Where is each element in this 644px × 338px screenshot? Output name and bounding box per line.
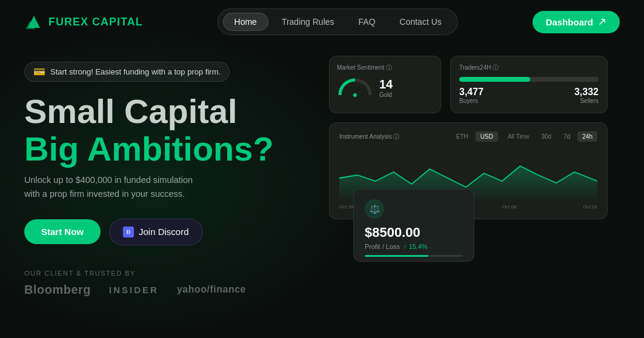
join-discord-button[interactable]: D Join Discord bbox=[109, 219, 203, 245]
nav-links: Home Trading Rules FAQ Contact Us bbox=[217, 8, 458, 35]
hero-buttons: Start Now D Join Discord bbox=[24, 219, 329, 245]
hero-title: Small Capital Big Ambitions? bbox=[24, 93, 329, 167]
chart-label-4: Oct 09 bbox=[583, 204, 597, 210]
nav-trading-rules[interactable]: Trading Rules bbox=[271, 13, 345, 30]
logo-text: FUREX CAPITAL bbox=[48, 16, 143, 28]
yahoo-logo: yahoo/finance bbox=[177, 284, 246, 295]
badge-icon: 💳 bbox=[33, 66, 45, 78]
hero-title-line1: Small Capital bbox=[24, 93, 329, 130]
profit-label: Profit / Loss ↑ 15.4% bbox=[365, 243, 463, 250]
sellers-value: 3,332 bbox=[574, 87, 599, 98]
buyers-label: Buyers bbox=[459, 98, 483, 104]
logo: FUREX CAPITAL bbox=[24, 12, 143, 31]
dashboard-preview: Market Sentiment ⓘ 14 Gold Traders24H ⓘ bbox=[329, 56, 620, 286]
bloomberg-logo: Bloomberg bbox=[24, 283, 91, 297]
hero-subtitle: Unlock up to $400,000 in funded simulati… bbox=[24, 173, 329, 201]
buyers-section: 3,477 Buyers bbox=[459, 87, 483, 104]
promo-badge: 💳 Start strong! Easiest funding with a t… bbox=[24, 62, 230, 82]
nav-faq[interactable]: FAQ bbox=[348, 13, 387, 30]
instrument-title: Instrument Analysis ⓘ bbox=[339, 133, 399, 141]
insider-logo: INSIDER bbox=[109, 285, 159, 295]
tab-eth[interactable]: ETH bbox=[451, 131, 473, 142]
gauge-svg bbox=[337, 77, 373, 98]
trusted-logos: Bloomberg INSIDER yahoo/finance bbox=[24, 283, 329, 297]
sellers-label: Sellers bbox=[574, 98, 599, 104]
tab-30d[interactable]: 30d bbox=[537, 131, 557, 142]
market-sentiment-card: Market Sentiment ⓘ 14 Gold bbox=[329, 56, 441, 113]
sentiment-card-title: Market Sentiment ⓘ bbox=[337, 64, 433, 72]
card-container: Market Sentiment ⓘ 14 Gold Traders24H ⓘ bbox=[329, 56, 620, 286]
navbar: FUREX CAPITAL Home Trading Rules FAQ Con… bbox=[0, 0, 644, 44]
time-tabs: All Time 30d 7d 24h bbox=[503, 131, 597, 142]
profit-pct: ↑ 15.4% bbox=[403, 243, 428, 250]
nav-contact[interactable]: Contact Us bbox=[389, 13, 453, 30]
traders-card-title: Traders24H ⓘ bbox=[459, 64, 599, 72]
trusted-section: OUR CLIENT & TRUSTED BY Bloomberg INSIDE… bbox=[24, 270, 329, 297]
sentiment-value: 14 bbox=[379, 78, 393, 91]
profit-amount: $8500.00 bbox=[365, 225, 463, 240]
svg-point-2 bbox=[353, 93, 357, 97]
instrument-header: Instrument Analysis ⓘ ETH USD All Time 3… bbox=[339, 131, 597, 142]
traders-bar bbox=[459, 77, 599, 82]
tab-24h[interactable]: 24h bbox=[577, 131, 597, 142]
traders-stats: 3,477 Buyers 3,332 Sellers bbox=[459, 87, 599, 104]
external-link-icon bbox=[598, 18, 606, 26]
chart-label-3: Oct 08 bbox=[502, 204, 517, 210]
currency-tabs: ETH USD bbox=[451, 131, 498, 142]
sentiment-gauge: 14 Gold bbox=[337, 77, 433, 98]
nav-home[interactable]: Home bbox=[223, 13, 268, 31]
sentiment-label: Gold bbox=[379, 91, 393, 98]
hero-left: 💳 Start strong! Easiest funding with a t… bbox=[24, 56, 329, 297]
profit-loss-card: ⚖️ $8500.00 Profit / Loss ↑ 15.4% bbox=[353, 189, 474, 262]
dashboard-button[interactable]: Dashboard bbox=[533, 11, 620, 33]
profit-icon: ⚖️ bbox=[365, 199, 384, 219]
hero-title-line2: Big Ambitions? bbox=[24, 130, 329, 168]
tab-alltime[interactable]: All Time bbox=[503, 131, 534, 142]
sellers-section: 3,332 Sellers bbox=[574, 87, 599, 104]
buyers-value: 3,477 bbox=[459, 87, 483, 98]
trusted-label: OUR CLIENT & TRUSTED BY bbox=[24, 270, 329, 277]
logo-icon bbox=[24, 12, 44, 31]
traders-bar-fill bbox=[459, 77, 530, 82]
hero-section: 💳 Start strong! Easiest funding with a t… bbox=[0, 44, 644, 297]
tab-7d[interactable]: 7d bbox=[559, 131, 575, 142]
tab-usd[interactable]: USD bbox=[476, 131, 498, 142]
discord-icon: D bbox=[123, 227, 134, 237]
start-now-button[interactable]: Start Now bbox=[24, 219, 101, 244]
profit-bar bbox=[365, 255, 463, 257]
profit-bar-fill bbox=[365, 255, 428, 257]
traders-card: Traders24H ⓘ 3,477 Buyers 3,332 Sellers bbox=[450, 56, 608, 113]
chart-label-1: Oct 26 bbox=[339, 204, 354, 210]
